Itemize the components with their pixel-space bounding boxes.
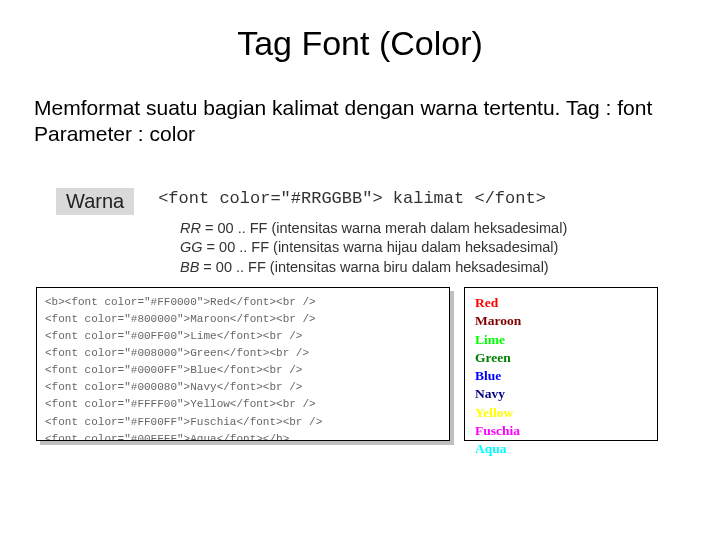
output-item: Fuschia — [475, 422, 647, 440]
output-item: Maroon — [475, 312, 647, 330]
output-item: Aqua — [475, 440, 647, 458]
syntax-code: <font color="#RRGGBB"> kalimat </font> — [158, 188, 546, 211]
syntax-label: Warna — [56, 188, 134, 215]
output-item: Lime — [475, 331, 647, 349]
output-item: Blue — [475, 367, 647, 385]
output-panel: RedMaroonLimeGreenBlueNavyYellowFuschiaA… — [464, 287, 658, 441]
code-example-box: <b><font color="#FF0000">Red</font><br /… — [36, 287, 450, 441]
gg-var: GG — [180, 239, 203, 255]
rr-var: RR — [180, 220, 201, 236]
output-item: Yellow — [475, 404, 647, 422]
bb-line: BB = 00 .. FF (intensitas warna biru dal… — [180, 258, 720, 278]
code-line: <font color="#008000">Green</font><br /> — [45, 345, 441, 362]
output-item: Red — [475, 294, 647, 312]
code-line: <font color="#000080">Navy</font><br /> — [45, 379, 441, 396]
code-line: <font color="#00FFFF">Aqua</font></b> — [45, 431, 441, 442]
code-line: <font color="#FF00FF">Fuschia</font><br … — [45, 414, 441, 431]
code-line: <font color="#800000">Maroon</font><br /… — [45, 311, 441, 328]
bb-text: = 00 .. FF (intensitas warna biru dalam … — [199, 259, 548, 275]
code-panel: <b><font color="#FF0000">Red</font><br /… — [36, 287, 450, 441]
rgb-description: RR = 00 .. FF (intensitas warna merah da… — [180, 219, 720, 278]
syntax-row: Warna <font color="#RRGGBB"> kalimat </f… — [56, 188, 720, 215]
code-line: <font color="#0000FF">Blue</font><br /> — [45, 362, 441, 379]
rr-text: = 00 .. FF (intensitas warna merah dalam… — [201, 220, 567, 236]
gg-line: GG = 00 .. FF (intensitas warna hijau da… — [180, 238, 720, 258]
code-line: <font color="#FFFF00">Yellow</font><br /… — [45, 396, 441, 413]
bb-var: BB — [180, 259, 199, 275]
gg-text: = 00 .. FF (intensitas warna hijau dalam… — [203, 239, 559, 255]
output-item: Green — [475, 349, 647, 367]
output-item: Navy — [475, 385, 647, 403]
page-subtitle: Memformat suatu bagian kalimat dengan wa… — [34, 95, 686, 148]
example-row: <b><font color="#FF0000">Red</font><br /… — [36, 287, 720, 441]
code-line: <b><font color="#FF0000">Red</font><br /… — [45, 294, 441, 311]
code-line: <font color="#00FF00">Lime</font><br /> — [45, 328, 441, 345]
page-title: Tag Font (Color) — [0, 24, 720, 63]
rr-line: RR = 00 .. FF (intensitas warna merah da… — [180, 219, 720, 239]
